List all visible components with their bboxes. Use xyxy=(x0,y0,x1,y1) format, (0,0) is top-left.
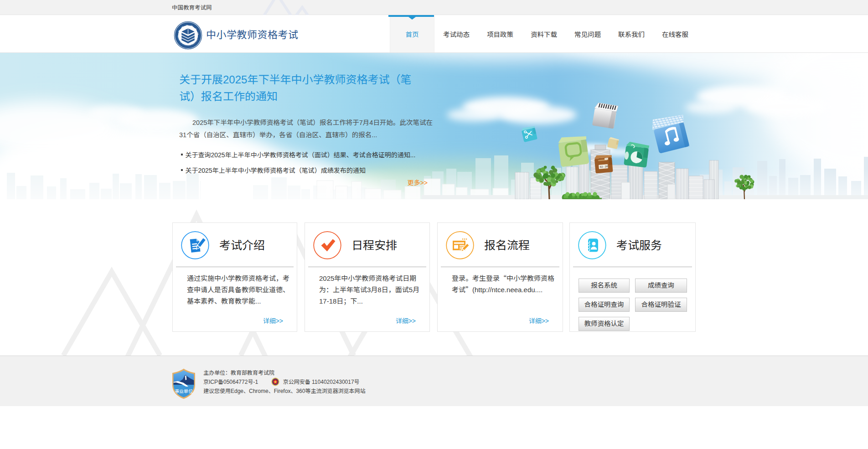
svg-text:事业单位: 事业单位 xyxy=(175,387,193,394)
